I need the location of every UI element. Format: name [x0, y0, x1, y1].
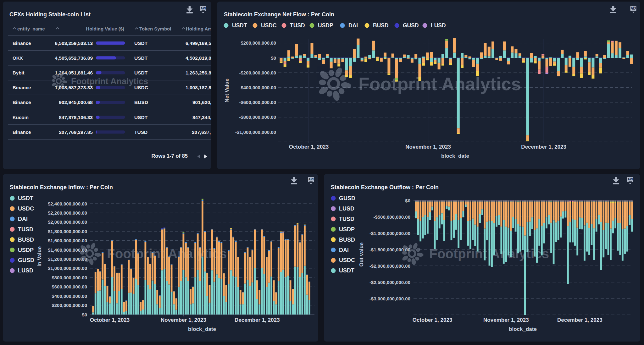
svg-text:-$3,000,000,000.00: -$3,000,000,000.00	[369, 296, 410, 301]
svg-text:-$2,500,000,000.00: -$2,500,000,000.00	[369, 280, 410, 285]
svg-text:API: API	[308, 178, 314, 181]
svg-text:USDT: USDT	[134, 115, 148, 120]
svg-text:USDT: USDT	[134, 70, 148, 75]
svg-text:USDT: USDT	[18, 195, 33, 201]
svg-text:Stablecoin Exchange Outflow :: Stablecoin Exchange Outflow : Per Coin	[331, 184, 439, 190]
svg-text:$1,600,000,000.00: $1,600,000,000.00	[48, 238, 87, 243]
svg-text:6,503,259,533.13: 6,503,259,533.13	[55, 41, 93, 46]
svg-text:November 1, 2023: November 1, 2023	[483, 317, 529, 323]
svg-text:Rows 1-7 of 85: Rows 1-7 of 85	[151, 153, 188, 159]
svg-text:December 1, 2023: December 1, 2023	[557, 317, 602, 323]
svg-text:847,344,8: 847,344,8	[192, 115, 211, 120]
svg-text:December 1, 2023: December 1, 2023	[235, 317, 280, 323]
svg-text:LUSD: LUSD	[18, 267, 33, 274]
svg-text:GUSD: GUSD	[339, 195, 355, 201]
svg-text:Net Value: Net Value	[224, 79, 230, 103]
svg-text:API: API	[201, 7, 206, 10]
svg-text:Binance: Binance	[13, 41, 31, 46]
svg-text:November 1, 2023: November 1, 2023	[405, 144, 451, 150]
svg-text:DAI: DAI	[348, 22, 358, 29]
svg-text:-$200,000,000.00: -$200,000,000.00	[239, 70, 276, 75]
svg-text:October 1, 2023: October 1, 2023	[413, 317, 452, 323]
svg-text:Kucoin: Kucoin	[13, 115, 29, 120]
svg-text:DAI: DAI	[18, 216, 28, 222]
svg-text:GUSD: GUSD	[403, 22, 419, 29]
svg-text:-$2,000,000,000.00: -$2,000,000,000.00	[369, 263, 410, 269]
svg-text:-$1,000,000,000.00: -$1,000,000,000.00	[369, 231, 410, 236]
svg-text:block_date: block_date	[441, 153, 469, 159]
svg-text:USDT: USDT	[232, 22, 247, 29]
svg-text:BUSD: BUSD	[134, 100, 148, 105]
svg-text:OKX: OKX	[13, 55, 23, 61]
svg-text:$0: $0	[271, 55, 276, 61]
svg-text:847,878,106.33: 847,878,106.33	[59, 115, 93, 120]
svg-text:LUSD: LUSD	[431, 22, 446, 29]
svg-text:Holding Value ($): Holding Value ($)	[86, 26, 124, 31]
svg-text:-$800,000,000.00: -$800,000,000.00	[239, 114, 276, 120]
svg-text:1,264,051,881.46: 1,264,051,881.46	[55, 70, 93, 75]
svg-text:entity_name: entity_name	[17, 26, 45, 31]
svg-text:API: API	[631, 6, 636, 10]
svg-text:Holding Amount: Holding Amount	[186, 26, 211, 31]
svg-text:December 1, 2023: December 1, 2023	[521, 144, 566, 150]
svg-text:1,008,587,373.33: 1,008,587,373.33	[55, 85, 93, 90]
svg-text:-$500,000,000.00: -$500,000,000.00	[373, 214, 410, 220]
svg-text:4,505,652,736.89: 4,505,652,736.89	[55, 55, 93, 61]
svg-text:USDC: USDC	[339, 257, 355, 263]
svg-text:block_date: block_date	[509, 326, 537, 332]
svg-text:DAI: DAI	[339, 247, 349, 253]
svg-text:$0: $0	[82, 312, 87, 317]
svg-text:USDP: USDP	[339, 226, 355, 233]
svg-text:207,637,0: 207,637,0	[192, 129, 211, 135]
svg-text:$800,000,000.00: $800,000,000.00	[52, 275, 87, 280]
svg-text:1,263,256,8: 1,263,256,8	[186, 70, 211, 75]
svg-text:$1,800,000,000.00: $1,800,000,000.00	[48, 229, 87, 234]
svg-text:Bybit: Bybit	[13, 70, 25, 75]
svg-text:TUSD: TUSD	[290, 22, 305, 29]
svg-text:TUSD: TUSD	[339, 216, 354, 222]
svg-text:USDC: USDC	[134, 85, 148, 90]
svg-text:1,008,187,8: 1,008,187,8	[186, 85, 211, 90]
svg-text:Binance: Binance	[13, 85, 31, 90]
svg-text:$1,000,000,000.00: $1,000,000,000.00	[48, 266, 87, 271]
svg-text:USDT: USDT	[134, 41, 148, 46]
svg-text:Footprint Analytics: Footprint Analytics	[358, 74, 521, 94]
svg-text:Out value: Out value	[358, 242, 364, 266]
svg-text:BUSD: BUSD	[339, 237, 355, 243]
svg-text:-$1,000,000,000.00: -$1,000,000,000.00	[235, 129, 276, 135]
svg-text:Binance: Binance	[13, 100, 31, 105]
svg-text:$200,000,000.00: $200,000,000.00	[52, 303, 87, 308]
svg-text:GUSD: GUSD	[18, 257, 34, 263]
svg-text:$0: $0	[405, 198, 410, 203]
svg-text:October 1, 2023: October 1, 2023	[90, 317, 130, 323]
svg-text:API: API	[628, 178, 633, 181]
svg-text:TUSD: TUSD	[134, 129, 147, 135]
svg-text:901,620,9: 901,620,9	[192, 100, 211, 105]
svg-text:6,499,169,5: 6,499,169,5	[186, 41, 211, 46]
svg-text:$2,400,000,000.00: $2,400,000,000.00	[48, 201, 87, 206]
svg-text:Stablecoin Exchange Net Flow :: Stablecoin Exchange Net Flow : Per Coin	[224, 11, 334, 18]
svg-text:October 1, 2023: October 1, 2023	[289, 144, 329, 150]
svg-text:$600,000,000.00: $600,000,000.00	[52, 284, 87, 289]
svg-text:Token Symbol: Token Symbol	[139, 26, 171, 31]
svg-text:$2,000,000,000.00: $2,000,000,000.00	[48, 219, 87, 225]
svg-text:Footprint Analytics: Footprint Analytics	[71, 77, 148, 86]
svg-text:$2,200,000,000.00: $2,200,000,000.00	[48, 210, 87, 216]
svg-text:USDP: USDP	[318, 22, 333, 29]
svg-text:USDC: USDC	[261, 22, 277, 29]
svg-text:4,502,819,0: 4,502,819,0	[186, 55, 211, 61]
svg-text:902,945,000.68: 902,945,000.68	[59, 100, 93, 105]
svg-text:$400,000,000.00: $400,000,000.00	[52, 293, 87, 299]
svg-text:USDP: USDP	[18, 247, 34, 253]
svg-text:BUSD: BUSD	[18, 237, 34, 243]
svg-text:TUSD: TUSD	[18, 226, 33, 233]
svg-text:CEXs Holding Stable-coin List: CEXs Holding Stable-coin List	[9, 11, 91, 18]
svg-text:USDT: USDT	[339, 267, 354, 274]
svg-text:-$400,000,000.00: -$400,000,000.00	[239, 85, 276, 90]
svg-text:Binance: Binance	[13, 129, 31, 135]
svg-text:November 1, 2023: November 1, 2023	[161, 317, 206, 323]
svg-text:-$600,000,000.00: -$600,000,000.00	[239, 100, 276, 105]
svg-text:LUSD: LUSD	[339, 205, 354, 212]
svg-text:Stablecoin Exchange Inflow : P: Stablecoin Exchange Inflow : Per Coin	[10, 184, 113, 190]
svg-text:207,769,297.85: 207,769,297.85	[59, 129, 93, 135]
